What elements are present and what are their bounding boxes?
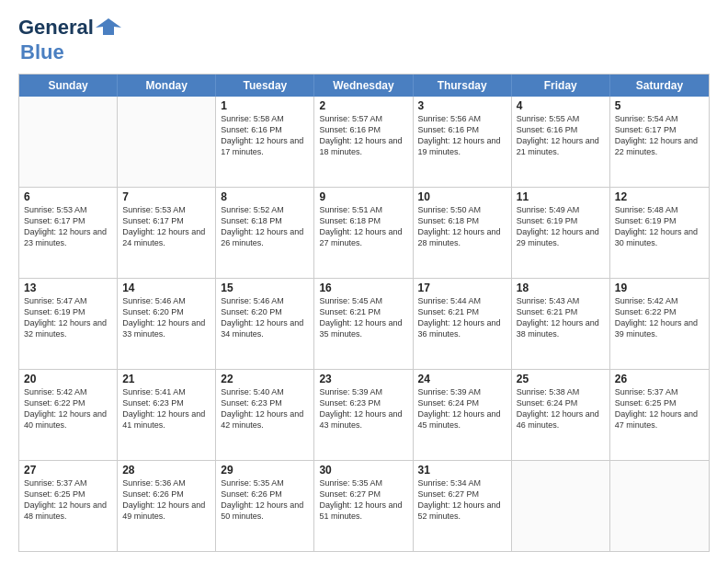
day-info: Sunrise: 5:34 AM Sunset: 6:27 PM Dayligh… <box>418 477 506 523</box>
day-number: 16 <box>319 282 407 294</box>
calendar-header: SundayMondayTuesdayWednesdayThursdayFrid… <box>19 75 709 97</box>
day-number: 27 <box>24 464 112 477</box>
day-cell-18: 18Sunrise: 5:43 AM Sunset: 6:21 PM Dayli… <box>512 279 610 369</box>
day-info: Sunrise: 5:41 AM Sunset: 6:23 PM Dayligh… <box>122 386 210 431</box>
day-cell-2: 2Sunrise: 5:57 AM Sunset: 6:16 PM Daylig… <box>314 97 413 187</box>
day-cell-3: 3Sunrise: 5:56 AM Sunset: 6:16 PM Daylig… <box>414 97 512 187</box>
day-cell-15: 15Sunrise: 5:46 AM Sunset: 6:20 PM Dayli… <box>216 279 314 369</box>
empty-cell <box>19 97 118 187</box>
header-day-wednesday: Wednesday <box>314 75 413 97</box>
calendar: SundayMondayTuesdayWednesdayThursdayFrid… <box>18 74 710 552</box>
day-cell-1: 1Sunrise: 5:58 AM Sunset: 6:16 PM Daylig… <box>216 97 314 187</box>
day-number: 6 <box>24 190 112 203</box>
day-number: 2 <box>319 99 407 112</box>
svg-marker-0 <box>96 18 121 35</box>
day-number: 13 <box>24 282 112 294</box>
empty-cell <box>118 97 216 187</box>
day-cell-20: 20Sunrise: 5:42 AM Sunset: 6:22 PM Dayli… <box>19 370 118 460</box>
day-cell-9: 9Sunrise: 5:51 AM Sunset: 6:18 PM Daylig… <box>314 188 413 278</box>
header-day-friday: Friday <box>512 75 610 97</box>
day-cell-8: 8Sunrise: 5:52 AM Sunset: 6:18 PM Daylig… <box>216 188 314 278</box>
day-cell-17: 17Sunrise: 5:44 AM Sunset: 6:21 PM Dayli… <box>414 279 512 369</box>
day-number: 19 <box>615 282 704 294</box>
day-cell-5: 5Sunrise: 5:54 AM Sunset: 6:17 PM Daylig… <box>610 97 709 187</box>
day-cell-29: 29Sunrise: 5:35 AM Sunset: 6:26 PM Dayli… <box>216 461 314 551</box>
day-info: Sunrise: 5:39 AM Sunset: 6:24 PM Dayligh… <box>418 386 506 431</box>
logo-bird-icon <box>96 15 121 40</box>
day-cell-24: 24Sunrise: 5:39 AM Sunset: 6:24 PM Dayli… <box>414 370 512 460</box>
day-number: 28 <box>122 464 210 477</box>
day-info: Sunrise: 5:48 AM Sunset: 6:19 PM Dayligh… <box>615 204 704 249</box>
day-number: 3 <box>418 99 506 112</box>
day-number: 14 <box>122 282 210 294</box>
day-number: 4 <box>517 99 605 112</box>
week-row-5: 27Sunrise: 5:37 AM Sunset: 6:25 PM Dayli… <box>19 460 709 551</box>
day-cell-23: 23Sunrise: 5:39 AM Sunset: 6:23 PM Dayli… <box>314 370 413 460</box>
header-day-tuesday: Tuesday <box>216 75 314 97</box>
day-cell-6: 6Sunrise: 5:53 AM Sunset: 6:17 PM Daylig… <box>19 188 118 278</box>
day-info: Sunrise: 5:35 AM Sunset: 6:26 PM Dayligh… <box>221 477 309 523</box>
day-info: Sunrise: 5:57 AM Sunset: 6:16 PM Dayligh… <box>319 113 407 158</box>
day-number: 30 <box>319 464 407 477</box>
logo-blue: Blue <box>20 40 64 64</box>
day-info: Sunrise: 5:49 AM Sunset: 6:19 PM Dayligh… <box>517 204 605 249</box>
day-info: Sunrise: 5:55 AM Sunset: 6:16 PM Dayligh… <box>517 113 605 158</box>
header-day-thursday: Thursday <box>414 75 512 97</box>
day-number: 25 <box>517 373 605 385</box>
header-day-sunday: Sunday <box>19 75 118 97</box>
day-cell-12: 12Sunrise: 5:48 AM Sunset: 6:19 PM Dayli… <box>610 188 709 278</box>
day-cell-22: 22Sunrise: 5:40 AM Sunset: 6:23 PM Dayli… <box>216 370 314 460</box>
day-info: Sunrise: 5:52 AM Sunset: 6:18 PM Dayligh… <box>221 204 309 249</box>
day-cell-7: 7Sunrise: 5:53 AM Sunset: 6:17 PM Daylig… <box>118 188 216 278</box>
header-day-monday: Monday <box>118 75 216 97</box>
day-number: 5 <box>615 99 704 112</box>
logo-text: General <box>18 15 121 40</box>
day-number: 10 <box>418 190 506 203</box>
day-info: Sunrise: 5:43 AM Sunset: 6:21 PM Dayligh… <box>517 295 605 340</box>
day-number: 9 <box>319 190 407 203</box>
day-cell-21: 21Sunrise: 5:41 AM Sunset: 6:23 PM Dayli… <box>118 370 216 460</box>
day-info: Sunrise: 5:42 AM Sunset: 6:22 PM Dayligh… <box>24 386 112 431</box>
day-number: 15 <box>221 282 309 294</box>
day-info: Sunrise: 5:46 AM Sunset: 6:20 PM Dayligh… <box>221 295 309 340</box>
day-number: 17 <box>418 282 506 294</box>
day-info: Sunrise: 5:38 AM Sunset: 6:24 PM Dayligh… <box>517 386 605 431</box>
day-cell-27: 27Sunrise: 5:37 AM Sunset: 6:25 PM Dayli… <box>19 461 118 551</box>
day-cell-11: 11Sunrise: 5:49 AM Sunset: 6:19 PM Dayli… <box>512 188 610 278</box>
day-number: 26 <box>615 373 704 385</box>
day-number: 7 <box>122 190 210 203</box>
page: General Blue SundayMondayTuesdayWednesda… <box>0 0 728 563</box>
day-info: Sunrise: 5:58 AM Sunset: 6:16 PM Dayligh… <box>221 113 309 158</box>
calendar-body: 1Sunrise: 5:58 AM Sunset: 6:16 PM Daylig… <box>19 97 709 551</box>
day-info: Sunrise: 5:46 AM Sunset: 6:20 PM Dayligh… <box>122 295 210 340</box>
header-day-saturday: Saturday <box>610 75 709 97</box>
day-cell-10: 10Sunrise: 5:50 AM Sunset: 6:18 PM Dayli… <box>414 188 512 278</box>
header: General Blue <box>18 15 710 64</box>
day-info: Sunrise: 5:37 AM Sunset: 6:25 PM Dayligh… <box>24 477 112 523</box>
day-info: Sunrise: 5:37 AM Sunset: 6:25 PM Dayligh… <box>615 386 704 431</box>
day-info: Sunrise: 5:36 AM Sunset: 6:26 PM Dayligh… <box>122 477 210 523</box>
day-number: 22 <box>221 373 309 385</box>
day-number: 23 <box>319 373 407 385</box>
day-number: 12 <box>615 190 704 203</box>
day-number: 31 <box>418 464 506 477</box>
empty-cell <box>610 461 709 551</box>
day-number: 29 <box>221 464 309 477</box>
day-cell-31: 31Sunrise: 5:34 AM Sunset: 6:27 PM Dayli… <box>414 461 512 551</box>
day-number: 18 <box>517 282 605 294</box>
day-cell-26: 26Sunrise: 5:37 AM Sunset: 6:25 PM Dayli… <box>610 370 709 460</box>
day-info: Sunrise: 5:35 AM Sunset: 6:27 PM Dayligh… <box>319 477 407 523</box>
day-cell-30: 30Sunrise: 5:35 AM Sunset: 6:27 PM Dayli… <box>314 461 413 551</box>
day-number: 8 <box>221 190 309 203</box>
day-info: Sunrise: 5:47 AM Sunset: 6:19 PM Dayligh… <box>24 295 112 340</box>
day-number: 20 <box>24 373 112 385</box>
day-number: 11 <box>517 190 605 203</box>
week-row-1: 1Sunrise: 5:58 AM Sunset: 6:16 PM Daylig… <box>19 97 709 187</box>
day-cell-4: 4Sunrise: 5:55 AM Sunset: 6:16 PM Daylig… <box>512 97 610 187</box>
day-info: Sunrise: 5:42 AM Sunset: 6:22 PM Dayligh… <box>615 295 704 340</box>
day-info: Sunrise: 5:44 AM Sunset: 6:21 PM Dayligh… <box>418 295 506 340</box>
day-info: Sunrise: 5:45 AM Sunset: 6:21 PM Dayligh… <box>319 295 407 340</box>
day-info: Sunrise: 5:56 AM Sunset: 6:16 PM Dayligh… <box>418 113 506 158</box>
day-cell-19: 19Sunrise: 5:42 AM Sunset: 6:22 PM Dayli… <box>610 279 709 369</box>
day-cell-14: 14Sunrise: 5:46 AM Sunset: 6:20 PM Dayli… <box>118 279 216 369</box>
